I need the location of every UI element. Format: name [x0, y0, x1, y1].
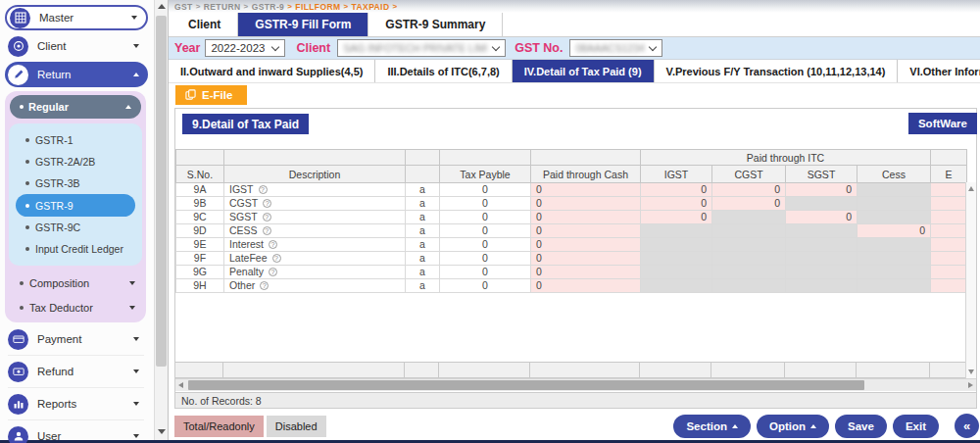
- breadcrumb-item-fillform[interactable]: FILLFORM: [295, 2, 340, 12]
- tab-iv-detail-of-tax-paid-9[interactable]: IV.Detail of Tax Paid (9): [513, 60, 655, 82]
- scroll-up-icon[interactable]: [968, 186, 974, 191]
- cell-extra[interactable]: [931, 224, 967, 238]
- cell-paid-cash[interactable]: 0: [531, 279, 641, 293]
- cell-tax-payable[interactable]: 0: [440, 279, 531, 293]
- cell-extra[interactable]: [931, 266, 967, 279]
- header-empty: [531, 150, 641, 166]
- sidebar-group-composition[interactable]: Composition: [8, 271, 143, 295]
- help-icon[interactable]: [263, 226, 271, 235]
- help-icon[interactable]: [263, 199, 271, 208]
- gst-no-select[interactable]: 08AAACS1234A1Z5: [569, 39, 662, 57]
- cell-igst[interactable]: 0: [641, 197, 712, 211]
- description-wrap: Penalty: [229, 266, 400, 278]
- sidebar-scrollbar[interactable]: [154, 0, 168, 440]
- sidebar-item-input-credit-ledger[interactable]: Input Credit Ledger: [9, 238, 142, 260]
- breadcrumb-separator: >: [244, 2, 249, 11]
- scrollbar-thumb[interactable]: [188, 380, 864, 390]
- cell-tax-payable[interactable]: 0: [440, 211, 531, 224]
- cell-paid-cash[interactable]: 0: [531, 211, 641, 224]
- help-icon[interactable]: [269, 268, 277, 276]
- button-option[interactable]: Option: [757, 415, 829, 438]
- year-select[interactable]: 2022-2023: [205, 39, 285, 57]
- tab-client[interactable]: Client: [172, 13, 238, 36]
- scroll-left-icon[interactable]: [178, 382, 183, 388]
- collapse-sidebar-button[interactable]: «: [955, 414, 979, 438]
- help-icon[interactable]: [263, 213, 271, 222]
- button-section[interactable]: Section: [673, 415, 751, 438]
- sidebar-item-gstr-1[interactable]: GSTR-1: [9, 129, 142, 151]
- table-row: 9DCESSa000: [176, 224, 967, 238]
- sidebar-item-gstr-9[interactable]: GSTR-9: [16, 194, 135, 217]
- tab-gstr-9-summary[interactable]: GSTR-9 Summary: [368, 13, 503, 36]
- cell-extra[interactable]: [931, 183, 967, 197]
- scroll-up-icon[interactable]: [158, 4, 166, 9]
- sidebar-item-master[interactable]: Master: [5, 5, 148, 30]
- description-wrap: CGST: [229, 197, 400, 210]
- help-icon[interactable]: [269, 240, 277, 249]
- cell-paid-cash[interactable]: 0: [531, 183, 641, 197]
- cell-paid-cash[interactable]: 0: [531, 197, 641, 211]
- cell-paid-cash[interactable]: 0: [531, 252, 641, 266]
- cell-paid-cash[interactable]: 0: [531, 224, 641, 238]
- sidebar-item-return[interactable]: Return: [5, 62, 148, 87]
- cell-igst[interactable]: 0: [641, 183, 712, 197]
- scroll-down-icon[interactable]: [158, 429, 166, 434]
- button-save[interactable]: Save: [835, 415, 887, 438]
- cell-paid-cash[interactable]: 0: [531, 266, 641, 279]
- cell-extra[interactable]: [931, 238, 967, 252]
- cell-tax-payable[interactable]: 0: [440, 224, 531, 238]
- caret-up-icon: [732, 424, 738, 428]
- sidebar-item-gstr-9c[interactable]: GSTR-9C: [9, 217, 142, 238]
- tab-iii-details-of-itc-6-7-8[interactable]: III.Details of ITC(6,7,8): [375, 60, 512, 82]
- cell-sgst[interactable]: 0: [786, 211, 858, 224]
- description-text: Other: [229, 279, 255, 292]
- sidebar-group-regular[interactable]: Regular: [10, 95, 141, 119]
- cell-extra[interactable]: [931, 279, 967, 293]
- help-icon[interactable]: [260, 281, 269, 290]
- sidebar-item-client[interactable]: Client: [5, 33, 148, 59]
- help-icon[interactable]: [259, 185, 268, 194]
- totals-row: [175, 362, 966, 378]
- cell-extra[interactable]: [931, 252, 967, 266]
- sidebar-item-payment[interactable]: Payment: [5, 326, 148, 352]
- tab-ii-outward-and-inward-supplies-4-5[interactable]: II.Outward and inward Supplies(4,5): [169, 60, 375, 82]
- software-button[interactable]: SoftWare: [908, 113, 977, 134]
- cell-cgst[interactable]: 0: [712, 183, 786, 197]
- sidebar-item-gstr-2a-2b[interactable]: GSTR-2A/2B: [9, 151, 142, 172]
- scroll-down-icon[interactable]: [968, 369, 974, 374]
- help-icon[interactable]: [272, 254, 281, 263]
- scroll-right-icon[interactable]: [968, 382, 973, 388]
- breadcrumb-item-return[interactable]: RETURN: [204, 2, 241, 12]
- tab-v-previous-f-y-transaction-10-11-12-13-14[interactable]: V.Previous F/Y Transaction (10,11,12,13,…: [655, 60, 899, 82]
- sidebar-item-refund[interactable]: Refund: [5, 359, 148, 384]
- cell-cgst[interactable]: 0: [712, 197, 786, 211]
- sidebar-item-user[interactable]: User: [5, 423, 148, 443]
- horizontal-scrollbar[interactable]: [175, 378, 976, 391]
- cell-extra[interactable]: [931, 211, 967, 224]
- cell-tax-payable[interactable]: 0: [440, 266, 531, 279]
- e-file-button[interactable]: E-File: [175, 85, 247, 105]
- cell-sgst[interactable]: 0: [786, 183, 858, 197]
- cell-igst: [641, 279, 712, 293]
- button-exit[interactable]: Exit: [893, 415, 939, 438]
- breadcrumb-item-gst[interactable]: GST: [174, 2, 193, 12]
- vertical-scrollbar[interactable]: [965, 182, 976, 378]
- cell-tax-payable[interactable]: 0: [440, 252, 531, 266]
- divider: [8, 387, 144, 388]
- cell-tax-payable[interactable]: 0: [440, 197, 531, 211]
- sidebar-item-gstr-3b[interactable]: GSTR-3B: [9, 172, 142, 194]
- cell-paid-cash[interactable]: 0: [531, 238, 641, 252]
- sidebar-item-reports[interactable]: Reports: [5, 391, 148, 417]
- tab-gstr-9-fill-form[interactable]: GSTR-9 Fill Form: [238, 13, 368, 36]
- sidebar-group-tax-deductor[interactable]: Tax Deductor: [8, 295, 143, 320]
- scrollbar-thumb[interactable]: [156, 16, 167, 367]
- client-select[interactable]: SAG INFOTECH PRIVATE LIMITED: [337, 39, 506, 57]
- cell-extra[interactable]: [931, 197, 967, 211]
- cell-tax-payable[interactable]: 0: [440, 183, 531, 197]
- breadcrumb-item-gstr-9[interactable]: GSTR-9: [252, 2, 285, 12]
- tab-vi-other-information-15-16-17-18-19[interactable]: VI.Other Information (15,16,17,18,19): [898, 60, 980, 82]
- cell-igst[interactable]: 0: [641, 211, 712, 224]
- cell-tax-payable[interactable]: 0: [440, 238, 531, 252]
- cell-cess[interactable]: 0: [858, 224, 931, 238]
- breadcrumb-item-taxpaid[interactable]: TAXPAID: [352, 2, 390, 12]
